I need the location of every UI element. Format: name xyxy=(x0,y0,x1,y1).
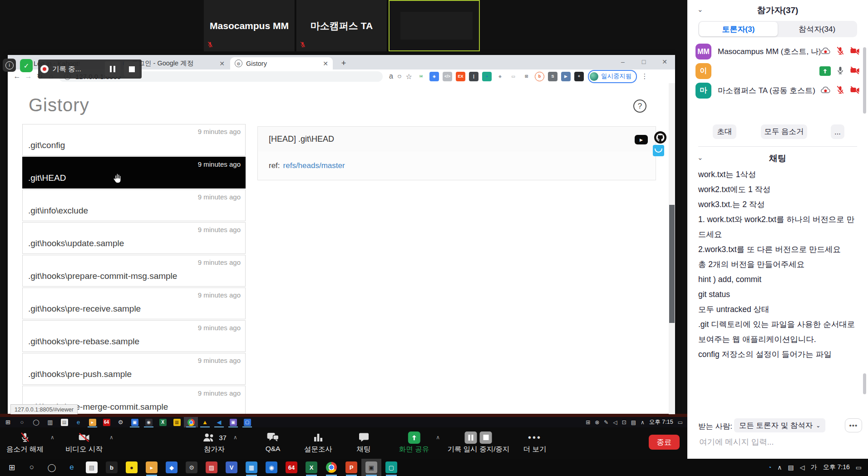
close-button[interactable]: ✕ xyxy=(654,55,675,69)
bookmark-star-icon[interactable]: ☆ xyxy=(406,72,412,81)
polls-button[interactable]: 설문조사 xyxy=(304,431,332,454)
screen-icon[interactable]: ▭ xyxy=(508,72,518,81)
notification-icon[interactable]: ▭ xyxy=(856,464,862,471)
app-blue-icon[interactable]: ◆ xyxy=(162,459,182,476)
chevron-up-icon[interactable]: ∧ xyxy=(109,434,113,441)
share-screen-button[interactable]: 화면 공유∧ xyxy=(399,431,429,454)
participant-row[interactable]: 이 xyxy=(687,61,868,81)
close-circle-icon[interactable]: ⊗ xyxy=(595,419,599,426)
flag-red-icon[interactable]: ▨ xyxy=(202,459,222,476)
recording-cloud-icon[interactable] xyxy=(820,85,831,96)
b-app-icon[interactable]: b xyxy=(102,459,122,476)
chevron-up-icon[interactable]: ∧ xyxy=(50,434,54,441)
folder-icon[interactable]: ▸ xyxy=(142,459,162,476)
grid-tray-icon[interactable]: ⊞ xyxy=(586,419,590,426)
youtube-icon[interactable]: ▶ xyxy=(635,135,648,144)
mail-checker-icon[interactable]: ✉ xyxy=(416,72,426,81)
chrome-icon[interactable] xyxy=(184,417,198,427)
mic-muted-icon[interactable] xyxy=(836,85,845,96)
chart-blue-icon[interactable]: ▦ xyxy=(242,459,261,476)
unmute-button[interactable]: 음소거 해제∧ xyxy=(6,431,44,454)
battery-icon[interactable]: ▤ xyxy=(631,419,636,426)
search-icon[interactable]: ○ xyxy=(15,417,29,427)
chat-recipient-dropdown[interactable]: 모든 토론자 및 참석자 ⌄ xyxy=(734,418,825,432)
excel-icon[interactable]: X xyxy=(156,417,170,427)
more-button[interactable]: •••더 보기 xyxy=(523,431,547,454)
b-circle-icon[interactable]: b xyxy=(535,72,544,81)
pen-icon[interactable]: ✎ xyxy=(604,419,608,426)
menu-dots-icon[interactable]: ⋮ xyxy=(641,72,648,80)
zoom-search-icon[interactable]: ○ xyxy=(397,72,402,80)
camera-blue-icon[interactable]: ◉ xyxy=(261,459,281,476)
edge-icon[interactable]: e xyxy=(62,459,82,476)
info-overlay-button[interactable]: i xyxy=(3,59,16,72)
start-icon[interactable]: ⊞ xyxy=(1,417,15,427)
powerpoint-icon[interactable]: P xyxy=(341,459,361,476)
video-tile[interactable]: Masocampus MM xyxy=(204,0,296,51)
file-row[interactable]: 9 minutes ago.git\HEAD xyxy=(22,157,246,188)
page-scrollbar[interactable] xyxy=(669,83,675,414)
chart-yellow-icon[interactable]: ▦ xyxy=(170,417,184,427)
v-blue-icon[interactable]: V xyxy=(222,459,242,476)
video-tile[interactable]: 마소캠퍼스 TA xyxy=(296,0,388,51)
qa-button[interactable]: Q&A xyxy=(266,431,281,453)
clipboard-icon[interactable]: ▤ xyxy=(57,417,71,427)
participants-scrollbar[interactable] xyxy=(863,47,866,114)
forward-icon[interactable]: → xyxy=(23,72,34,80)
invite-button[interactable]: 초대 xyxy=(713,124,736,139)
explorer-icon[interactable]: ▸ xyxy=(85,417,99,427)
code-icon[interactable]: </> xyxy=(443,72,452,81)
file-row[interactable]: 9 minutes ago.git\hooks\pre-rebase.sampl… xyxy=(22,320,246,352)
cortana-icon[interactable]: ◯ xyxy=(29,417,43,427)
chevron-up-icon[interactable]: ∧ xyxy=(436,434,440,441)
notification-icon[interactable]: ▭ xyxy=(678,419,683,426)
close-tab-icon[interactable]: ✕ xyxy=(219,60,225,67)
back-icon[interactable]: ← xyxy=(11,72,23,80)
mic-icon[interactable] xyxy=(836,66,845,77)
github-octocat-icon[interactable] xyxy=(654,131,667,146)
grid-icon[interactable]: ⊞ xyxy=(522,72,531,81)
teal-app-icon[interactable]: ▢ xyxy=(381,459,401,476)
participants-button[interactable]: 37참가자∧ xyxy=(202,431,227,454)
archive-64-icon[interactable]: 64 xyxy=(281,459,301,476)
video-off-icon[interactable] xyxy=(850,46,860,57)
ex-icon[interactable]: EX xyxy=(456,72,465,81)
battery-icon[interactable]: ▤ xyxy=(788,464,794,471)
recording-stop-button[interactable] xyxy=(124,61,139,77)
chat-more-button[interactable]: ••• xyxy=(845,418,862,432)
participant-row[interactable]: 마마소캠퍼스 TA (공동 호스트) xyxy=(687,81,868,100)
monitor-icon[interactable]: ▣ xyxy=(226,417,240,427)
file-row[interactable]: 9 minutes ago.git\hooks\prepare-commit-m… xyxy=(22,255,246,287)
pin-dark-icon[interactable]: ◉ xyxy=(142,417,156,427)
file-row[interactable]: 9 minutes ago.git\config xyxy=(22,124,246,156)
file-row[interactable]: 9 minutes ago.git\hooks\pre-push.sample xyxy=(22,353,246,385)
translate-icon[interactable]: a xyxy=(389,72,393,80)
tag-blue-icon[interactable]: ◈ xyxy=(429,72,439,81)
start-icon[interactable]: ⊞ xyxy=(2,459,22,476)
minimize-button[interactable]: – xyxy=(612,55,633,69)
file-row[interactable]: 9 minutes ago.git\hooks\pre-receive.samp… xyxy=(22,288,246,319)
participants-more-button[interactable]: ... xyxy=(831,124,844,139)
recording-pause-button[interactable] xyxy=(105,61,120,77)
edge-icon[interactable]: e xyxy=(71,417,85,427)
participant-row[interactable]: MMMasocampus MM (호스트, 나) xyxy=(687,42,868,61)
video-off-icon[interactable] xyxy=(850,66,860,77)
browser-tab[interactable]: ◍Gistory✕ xyxy=(230,57,333,69)
speaker-icon[interactable]: ◁ xyxy=(800,464,805,471)
mic-muted-icon[interactable] xyxy=(836,46,845,57)
start-video-button[interactable]: 비디오 시작∧ xyxy=(65,431,103,454)
settings-gear-icon[interactable]: ⚙ xyxy=(182,459,202,476)
media-blue-icon[interactable]: ◀ xyxy=(212,417,226,427)
task-view-icon[interactable]: ▥ xyxy=(43,417,57,427)
file-row[interactable]: 9 minutes ago.git\hooks\update.sample xyxy=(22,222,246,254)
record-pause-stop-button[interactable]: 기록 일시 중지/중지 xyxy=(448,431,510,454)
chrome-icon[interactable] xyxy=(321,459,341,476)
scrollbar-thumb[interactable] xyxy=(669,205,675,323)
settings-gear-icon[interactable]: ⚙ xyxy=(113,417,128,427)
video-off-icon[interactable] xyxy=(850,85,860,96)
maximize-button[interactable]: □ xyxy=(633,55,654,69)
chevron-up-icon[interactable]: ∧ xyxy=(233,434,237,441)
monitor-tray-icon[interactable]: ⊡ xyxy=(622,419,626,426)
puzzle-icon[interactable]: + xyxy=(574,72,584,81)
end-meeting-button[interactable]: 종료 xyxy=(649,435,680,450)
